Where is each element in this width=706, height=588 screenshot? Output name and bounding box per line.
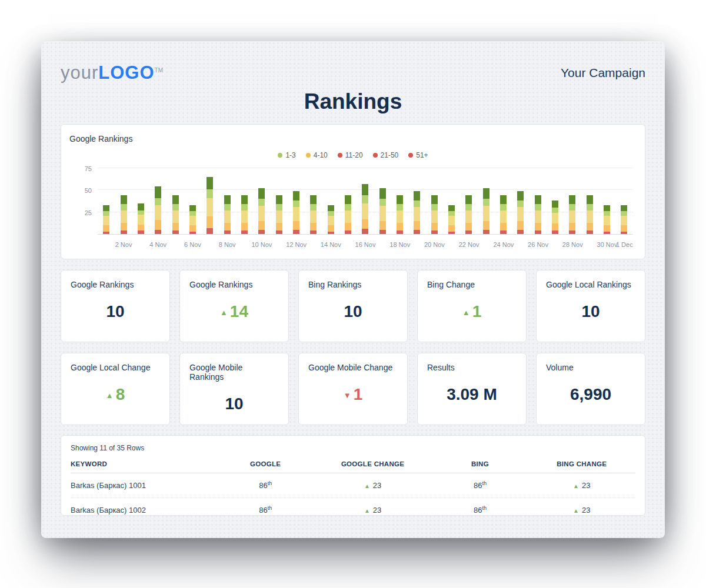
bar-segment-1-3: [621, 205, 627, 212]
stacked-bar-13-nov[interactable]: [310, 195, 317, 234]
x-tick-label: 2 Nov: [115, 241, 132, 248]
legend-item-11-20[interactable]: 11-20: [338, 151, 363, 159]
bar-segment-51+: [621, 232, 627, 235]
column-header-keyword[interactable]: KEYWORD: [71, 460, 218, 467]
x-tick-label: 18 Nov: [389, 241, 410, 248]
bar-segment-21-50: [448, 225, 455, 232]
kpi-value: 6,990: [546, 385, 635, 404]
stacked-bar-4-nov[interactable]: [155, 186, 161, 234]
google-rankings-chart-card: Google Rankings 1-34-1011-2021-5051+ 75 …: [61, 124, 645, 259]
bar-segment-51+: [258, 230, 265, 235]
bar-segment-21-50: [587, 223, 593, 231]
bar-segment-21-50: [172, 223, 179, 231]
bar-segment-4-10: [328, 211, 334, 216]
bing-change-cell: ▲23: [528, 481, 635, 490]
stacked-bar-30-nov[interactable]: [604, 205, 610, 235]
bar-segment-11-20: [448, 216, 455, 226]
kpi-value: 10: [189, 395, 279, 413]
table-header-row: KEYWORD GOOGLE GOOGLE CHANGE BING BING C…: [71, 460, 635, 473]
x-tick-label: 16 Nov: [355, 241, 376, 248]
bar-segment-11-20: [241, 211, 248, 223]
stacked-bar-25-nov[interactable]: [517, 191, 524, 235]
up-triangle-icon: ▲: [462, 308, 470, 317]
stacked-bar-29-nov[interactable]: [587, 195, 593, 234]
google-change-cell: ▲23: [314, 481, 432, 490]
stacked-bar-17-nov[interactable]: [379, 188, 386, 234]
kpi-change-number: 1: [354, 385, 363, 403]
stacked-bar-14-nov[interactable]: [328, 205, 334, 235]
stacked-bar-16-nov[interactable]: [362, 184, 368, 235]
bar-segment-51+: [604, 232, 610, 235]
bar-segment-1-3: [500, 195, 507, 204]
kpi-title: Google Rankings: [189, 280, 279, 289]
kpi-value: ▼1: [308, 385, 398, 404]
stacked-bar-7-nov[interactable]: [207, 177, 213, 235]
stacked-bar-12-nov[interactable]: [293, 191, 299, 235]
stacked-bar-10-nov[interactable]: [258, 188, 265, 234]
bar-segment-11-20: [276, 211, 282, 223]
bar-segment-4-10: [535, 204, 541, 211]
x-tick-label: 30 Nov: [597, 241, 618, 248]
x-tick-label: 1 Dec: [616, 241, 633, 248]
legend-item-1-3[interactable]: 1-3: [278, 151, 295, 159]
stacked-bar-1-dec[interactable]: [621, 205, 627, 235]
bar-segment-21-50: [328, 225, 334, 232]
stacked-bar-28-nov[interactable]: [569, 195, 575, 234]
stacked-bar-18-nov[interactable]: [397, 195, 403, 234]
stacked-bar-20-nov[interactable]: [431, 195, 438, 234]
kpi-value: ▲14: [189, 302, 279, 321]
rank-number: 86: [259, 482, 267, 490]
bar-segment-11-20: [155, 205, 161, 220]
stacked-bar-6-nov[interactable]: [189, 205, 196, 235]
column-header-bing-change[interactable]: BING CHANGE: [528, 460, 635, 467]
bar-segment-21-50: [431, 223, 438, 231]
bar-segment-51+: [155, 230, 161, 235]
logo-main: LOGO: [98, 62, 154, 83]
bar-segment-21-50: [397, 223, 403, 231]
stacked-bar-1-nov[interactable]: [103, 205, 109, 235]
kpi-value: 10: [308, 302, 398, 321]
stacked-bar-11-nov[interactable]: [276, 195, 282, 234]
legend-item-21-50[interactable]: 21-50: [373, 151, 399, 159]
bar-plot: [98, 163, 633, 235]
rank-number: 86: [259, 506, 267, 515]
legend-item-4-10[interactable]: 4-10: [306, 151, 328, 159]
stacked-bar-19-nov[interactable]: [414, 191, 420, 235]
legend-dot-icon: [373, 153, 378, 158]
stacked-bar-5-nov[interactable]: [172, 195, 179, 234]
stacked-bar-9-nov[interactable]: [241, 195, 248, 234]
change-number: 23: [582, 481, 590, 490]
legend-item-51+[interactable]: 51+: [408, 151, 428, 159]
table-row: Barkas (Баркас) 1002 86th ▲23 86th ▲23: [71, 498, 635, 516]
stacked-bar-26-nov[interactable]: [535, 195, 541, 234]
stacked-bar-27-nov[interactable]: [552, 201, 558, 234]
bar-segment-4-10: [189, 211, 196, 216]
column-header-google-change[interactable]: GOOGLE CHANGE: [314, 460, 432, 467]
bar-segment-1-3: [241, 195, 248, 204]
stacked-bar-24-nov[interactable]: [500, 195, 507, 234]
x-tick-label: 12 Nov: [286, 241, 307, 248]
y-tick-25: 25: [85, 209, 92, 216]
bar-segment-11-20: [569, 211, 575, 223]
bar-segment-4-10: [621, 211, 627, 216]
bar-segment-4-10: [310, 204, 317, 211]
stacked-bar-22-nov[interactable]: [465, 195, 472, 234]
stacked-bar-3-nov[interactable]: [138, 203, 144, 235]
bar-segment-21-50: [604, 225, 610, 232]
kpi-change-number: 1: [472, 302, 482, 320]
ordinal-suffix: th: [482, 480, 487, 486]
column-header-bing[interactable]: BING: [432, 460, 528, 467]
kpi-value: 10: [71, 302, 160, 321]
bar-segment-21-50: [276, 223, 282, 231]
stacked-bar-8-nov[interactable]: [224, 195, 231, 234]
bar-segment-51+: [138, 230, 144, 234]
stacked-bar-21-nov[interactable]: [448, 205, 455, 235]
column-header-google[interactable]: GOOGLE: [218, 460, 314, 467]
stacked-bar-15-nov[interactable]: [345, 195, 351, 234]
stacked-bar-23-nov[interactable]: [483, 188, 489, 234]
keyword-cell: Barkas (Баркас) 1001: [71, 481, 218, 490]
company-logo: yourLOGOTM: [61, 62, 163, 83]
stacked-bar-2-nov[interactable]: [121, 195, 127, 234]
bar-segment-21-50: [121, 223, 127, 231]
bar-segment-4-10: [224, 204, 231, 211]
